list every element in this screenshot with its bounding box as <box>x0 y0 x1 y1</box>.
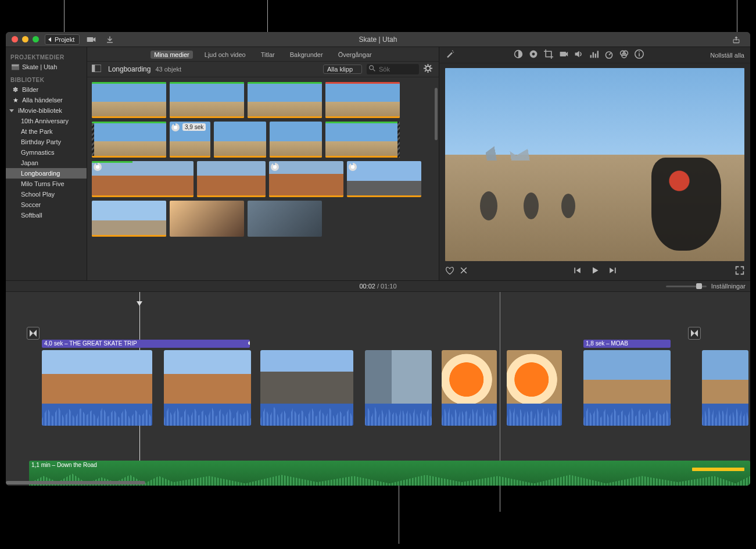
title-clip[interactable]: 4,0 sek – THE GREAT SKATE TRIP <box>42 340 250 348</box>
disclosure-triangle-icon <box>9 109 14 112</box>
viewer-canvas[interactable] <box>445 68 744 261</box>
fullscreen-button[interactable] <box>735 266 744 277</box>
sidebar-event-item[interactable]: Softball <box>6 210 87 220</box>
clip-thumbnail[interactable]: 3,9 sek <box>170 122 210 158</box>
sidebar-event-item[interactable]: Longboarding <box>6 168 87 179</box>
clip-thumbnail[interactable] <box>92 122 166 158</box>
next-button[interactable] <box>608 266 617 277</box>
browser-tab[interactable]: Titlar <box>257 51 278 59</box>
clip-thumbnail[interactable] <box>270 122 322 158</box>
close-window-button[interactable] <box>12 36 18 42</box>
sidebar-event-item[interactable]: 10th Anniversary <box>6 116 87 126</box>
m-project-media-item[interactable]: Skate | Utah <box>6 62 87 72</box>
title-clip[interactable]: 1,8 sek – MOAB <box>583 340 671 348</box>
media-import-button[interactable] <box>84 34 98 45</box>
clip-thumbnail[interactable] <box>325 122 400 158</box>
callout-line <box>500 486 500 512</box>
color-correction-button[interactable] <box>529 49 538 60</box>
timeline-header: 00:02 / 01:10 Inställningar <box>6 281 750 292</box>
clip-thumbnail[interactable] <box>214 122 266 158</box>
clip-thumbnail[interactable] <box>197 161 266 197</box>
zoom-window-button[interactable] <box>33 36 39 42</box>
browser-tab[interactable]: Mina medier <box>151 51 193 59</box>
svg-rect-24 <box>639 51 640 52</box>
sidebar-toggle-button[interactable] <box>92 65 103 74</box>
skater-graphic <box>561 194 575 218</box>
sidebar-event-item[interactable]: Gymnastics <box>6 147 87 158</box>
star-icon: ★ <box>12 97 19 104</box>
browser-options-button[interactable] <box>424 64 434 74</box>
skater-graphic <box>524 192 539 219</box>
transition-icon[interactable] <box>688 327 701 340</box>
browser-tab[interactable]: Ljud och video <box>201 51 249 59</box>
callout-line <box>64 0 65 32</box>
volume-button[interactable] <box>574 49 583 60</box>
clip-thumbnail[interactable] <box>170 82 244 118</box>
browser-header: Longboarding 43 objekt Alla klipp <box>87 62 439 77</box>
window-titlebar: Projekt Skate | Utah <box>6 32 750 47</box>
clip-thumbnail[interactable] <box>92 161 194 197</box>
clip-thumbnail[interactable] <box>170 201 244 237</box>
minimize-window-button[interactable] <box>22 36 28 42</box>
enhance-button[interactable] <box>445 49 454 60</box>
import-download-button[interactable] <box>103 34 117 45</box>
sidebar-item-all-events[interactable]: ★ Alla händelser <box>6 95 87 105</box>
sidebar-item-photos[interactable]: ✽ Bilder <box>6 84 87 95</box>
clip-thumbnail[interactable] <box>347 161 421 197</box>
search-input[interactable] <box>378 65 417 73</box>
video-clip[interactable] <box>365 350 432 426</box>
video-clip[interactable] <box>42 350 152 426</box>
title-handle-icon[interactable] <box>248 341 250 345</box>
clip-thumbnail[interactable] <box>92 201 166 237</box>
clip-thumbnail[interactable] <box>92 82 166 118</box>
timeline-canvas[interactable]: 4,0 sek – THE GREAT SKATE TRIP 1,8 sek –… <box>6 292 750 486</box>
search-icon <box>369 65 375 73</box>
callout-line <box>399 486 399 544</box>
crop-button[interactable] <box>544 49 553 60</box>
search-field[interactable] <box>367 64 419 74</box>
timeline-settings-button[interactable]: Inställningar <box>711 283 746 290</box>
favorite-button[interactable] <box>445 266 454 277</box>
callout-line <box>267 0 268 32</box>
browser-tab[interactable]: Bakgrunder <box>286 51 327 59</box>
clip-filter-select[interactable]: Alla klipp <box>323 65 362 74</box>
speed-button[interactable] <box>604 49 614 60</box>
video-clip[interactable] <box>583 350 671 426</box>
video-clip[interactable] <box>507 350 562 426</box>
projects-back-button[interactable]: Projekt <box>45 34 80 45</box>
sidebar-event-item[interactable]: School Play <box>6 189 87 199</box>
sidebar-item-imovie-library[interactable]: iMovie-bibliotek <box>6 105 87 116</box>
clip-thumbnail[interactable] <box>248 82 322 118</box>
sidebar-event-item[interactable]: Birthday Party <box>6 137 87 147</box>
color-balance-button[interactable] <box>514 49 523 60</box>
video-clip[interactable] <box>260 350 353 426</box>
sidebar-event-item[interactable]: At the Park <box>6 126 87 137</box>
sidebar-event-item[interactable]: Soccer <box>6 199 87 210</box>
filter-button[interactable] <box>619 49 629 60</box>
info-button[interactable] <box>635 49 644 60</box>
clip-thumbnail[interactable] <box>325 82 400 118</box>
stabilization-button[interactable] <box>559 49 568 60</box>
browser-tab[interactable]: Övergångar <box>335 51 375 59</box>
noise-eq-button[interactable] <box>589 49 599 60</box>
sidebar-event-item[interactable]: Japan <box>6 158 87 168</box>
play-button[interactable] <box>590 266 600 277</box>
browser-count: 43 objekt <box>155 66 181 73</box>
video-clip[interactable] <box>442 350 497 426</box>
flower-icon: ✽ <box>12 86 19 93</box>
zoom-slider[interactable] <box>666 286 707 287</box>
clip-thumbnails: 3,9 sek <box>87 77 439 280</box>
timeline-scrollbar[interactable] <box>6 481 145 484</box>
prev-button[interactable] <box>573 266 582 277</box>
video-clip[interactable] <box>702 350 748 426</box>
transition-icon[interactable] <box>27 327 40 340</box>
reset-all-button[interactable]: Nollställ alla <box>710 52 744 59</box>
timeline-region: 00:02 / 01:10 Inställningar 4,0 sek – TH… <box>6 281 750 486</box>
clip-thumbnail[interactable] <box>248 201 322 237</box>
share-button[interactable] <box>729 34 743 45</box>
browser-scrollbar[interactable] <box>435 88 438 140</box>
sidebar-event-item[interactable]: Milo Turns Five <box>6 179 87 189</box>
clip-thumbnail[interactable] <box>269 161 343 197</box>
reject-button[interactable] <box>459 266 468 277</box>
video-clip[interactable] <box>164 350 251 426</box>
